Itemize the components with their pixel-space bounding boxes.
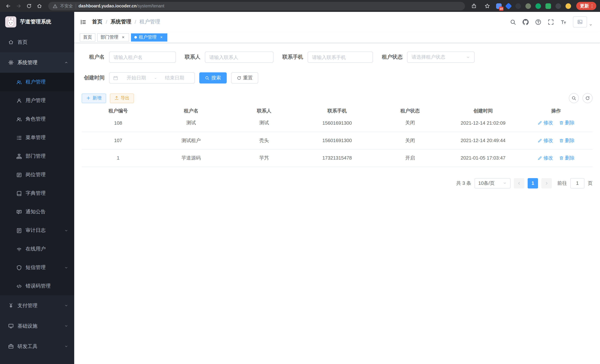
back-button[interactable] bbox=[4, 1, 13, 10]
delete-button[interactable]: 删除 bbox=[559, 155, 575, 161]
date-start-input[interactable]: 开始日期 bbox=[120, 75, 152, 81]
extension-icon[interactable] bbox=[565, 3, 571, 9]
sidebar-item-online-user[interactable]: 在线用户 bbox=[0, 240, 74, 258]
breadcrumb-item[interactable]: 系统管理 bbox=[111, 19, 131, 25]
tab-close-icon[interactable]: × bbox=[121, 35, 126, 40]
status-select[interactable]: 请选择租户状态 bbox=[407, 52, 475, 63]
tab-dept[interactable]: 部门管理× bbox=[97, 33, 129, 41]
sidebar-item-label: 系统管理 bbox=[18, 59, 60, 66]
security-label[interactable]: 不安全 bbox=[60, 3, 73, 9]
cell-contact: 测试 bbox=[228, 114, 300, 132]
toggle-search-button[interactable] bbox=[569, 93, 579, 103]
breadcrumb-separator: / bbox=[135, 19, 136, 25]
add-button[interactable]: 新增 bbox=[82, 93, 106, 103]
cell-status: 关闭 bbox=[374, 114, 447, 132]
edit-button[interactable]: 修改 bbox=[537, 137, 553, 144]
cell-status: 开启 bbox=[374, 149, 447, 167]
logo[interactable]: 芋道管理系统 bbox=[0, 12, 74, 32]
fullscreen-button[interactable] bbox=[548, 19, 554, 25]
sidebar-item-infra[interactable]: 基础设施 bbox=[0, 316, 74, 336]
sidebar-item-notice[interactable]: 通知公告 bbox=[0, 203, 74, 221]
goto-page-input[interactable] bbox=[570, 178, 584, 188]
date-range-picker[interactable]: 开始日期 - 结束日期 bbox=[109, 72, 195, 84]
tree-icon bbox=[16, 153, 22, 159]
column-header: 租户名 bbox=[155, 108, 227, 114]
phone-input[interactable] bbox=[308, 52, 373, 63]
help-button[interactable] bbox=[535, 19, 541, 25]
table-row: 107测试租户秃头15601691300关闭2021-12-14 20:49:4… bbox=[82, 132, 593, 149]
extension-icon[interactable] bbox=[516, 3, 521, 9]
tab-home[interactable]: 首页 bbox=[80, 33, 95, 41]
delete-button[interactable]: 删除 bbox=[559, 120, 575, 126]
refresh-button[interactable] bbox=[582, 93, 593, 103]
tenant-name-field: 租户名 bbox=[82, 52, 176, 63]
sidebar-item-label: 基础设施 bbox=[18, 323, 60, 329]
delete-button[interactable]: 删除 bbox=[559, 137, 575, 144]
cell-contact: 芋艿 bbox=[228, 149, 300, 167]
forward-button[interactable] bbox=[14, 1, 23, 10]
peoples-icon bbox=[16, 79, 22, 85]
search-button[interactable]: 搜索 bbox=[199, 72, 226, 84]
tenant-name-label: 租户名 bbox=[82, 54, 105, 60]
reload-button[interactable] bbox=[25, 1, 33, 10]
date-end-input[interactable]: 结束日期 bbox=[159, 75, 191, 81]
extension-icon[interactable] bbox=[525, 3, 531, 9]
sidebar-item-user[interactable]: 用户管理 bbox=[0, 91, 74, 110]
font-size-button[interactable] bbox=[560, 19, 567, 25]
breadcrumb-item[interactable]: 首页 bbox=[92, 19, 103, 25]
sidebar-item-pay[interactable]: 支付管理 bbox=[0, 295, 74, 316]
extension-icon[interactable] bbox=[555, 3, 561, 9]
date-separator: - bbox=[155, 75, 156, 81]
contact-input[interactable] bbox=[205, 52, 273, 63]
arrow-right-icon bbox=[16, 3, 21, 9]
bookmark-button[interactable] bbox=[483, 1, 492, 10]
top-navbar: 首页/系统管理/租户管理 bbox=[74, 12, 600, 32]
content: 租户名 联系人 联系手机 租户状态 请选择租户状态 bbox=[74, 43, 600, 364]
sidebar-item-audit-log[interactable]: 审计日志 bbox=[0, 221, 74, 240]
export-button[interactable]: 导出 bbox=[110, 93, 134, 103]
tab-close-icon[interactable]: × bbox=[159, 35, 164, 40]
github-button[interactable] bbox=[523, 19, 529, 25]
sidebar-item-system[interactable]: 系统管理 bbox=[0, 52, 74, 73]
sidebar-item-menu[interactable]: 菜单管理 bbox=[0, 128, 74, 147]
sidebar-item-home[interactable]: 首页 bbox=[0, 32, 74, 52]
sidebar-item-dept[interactable]: 部门管理 bbox=[0, 147, 74, 166]
export-button-label: 导出 bbox=[121, 95, 130, 101]
address-bar[interactable]: 不安全 dashboard.yudao.iocoder.cn/system/te… bbox=[48, 2, 465, 10]
reset-button[interactable]: 重置 bbox=[231, 72, 258, 84]
sidebar-item-error-code[interactable]: 错误码管理 bbox=[0, 277, 74, 295]
page-1-button[interactable]: 1 bbox=[528, 178, 538, 188]
user-menu[interactable] bbox=[573, 16, 593, 28]
sidebar-item-role[interactable]: 角色管理 bbox=[0, 110, 74, 128]
toolbox-icon bbox=[8, 344, 14, 349]
page-size-select[interactable]: 10条/页 bbox=[475, 178, 511, 188]
extension-icon[interactable] bbox=[505, 3, 512, 9]
update-button[interactable]: 更新 bbox=[576, 2, 596, 10]
sidebar-item-sms[interactable]: 短信管理 bbox=[0, 258, 74, 277]
sidebar-item-dev-tool[interactable]: 研发工具 bbox=[0, 336, 74, 357]
sidebar-item-tenant[interactable]: 租户管理 bbox=[0, 73, 74, 91]
share-button[interactable] bbox=[469, 1, 478, 10]
header-search-button[interactable] bbox=[510, 19, 516, 25]
sidebar-item-dict[interactable]: 字典管理 bbox=[0, 184, 74, 203]
sidebar-toggle-button[interactable] bbox=[80, 19, 86, 25]
kebab-menu-wrap[interactable] bbox=[590, 3, 594, 8]
tab-tenant[interactable]: 租户管理× bbox=[131, 33, 167, 41]
chevron-down-icon bbox=[64, 324, 68, 328]
tenant-name-input[interactable] bbox=[109, 52, 176, 63]
search-icon bbox=[572, 96, 576, 101]
extension-icon[interactable] bbox=[545, 3, 551, 9]
home-button[interactable] bbox=[35, 1, 44, 10]
sidebar-item-post[interactable]: 岗位管理 bbox=[0, 166, 74, 184]
edit-button[interactable]: 修改 bbox=[537, 155, 553, 161]
extension-icon[interactable] bbox=[535, 3, 541, 9]
sidebar-item-label: 部门管理 bbox=[26, 153, 68, 159]
edit-button[interactable]: 修改 bbox=[537, 120, 553, 126]
prev-page-button[interactable] bbox=[514, 178, 524, 188]
extension-icon[interactable]: 10 bbox=[496, 3, 502, 9]
screen: 不安全 dashboard.yudao.iocoder.cn/system/te… bbox=[0, 0, 600, 364]
list-icon bbox=[16, 135, 22, 140]
search-icon bbox=[510, 19, 516, 25]
next-page-button[interactable] bbox=[541, 178, 552, 188]
sidebar-item-label: 角色管理 bbox=[26, 116, 68, 122]
